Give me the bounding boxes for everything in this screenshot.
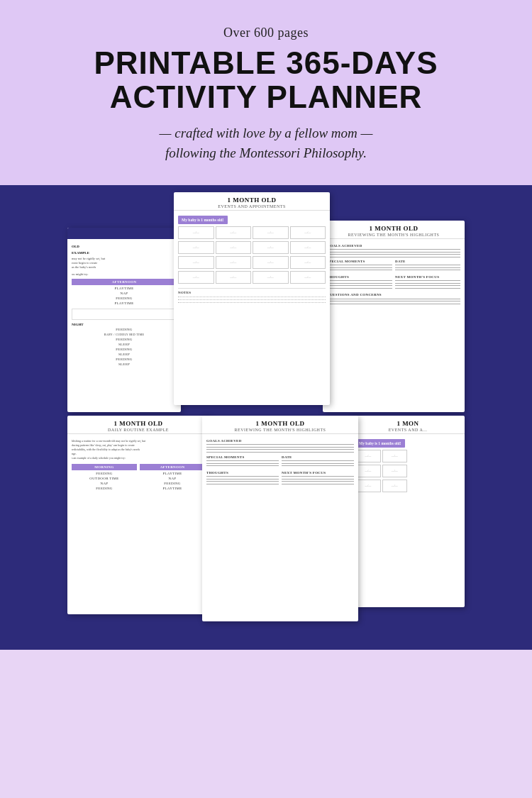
- br-calendar-grid-1: —/— —/—: [355, 450, 460, 462]
- pages-bottom-space: [7, 621, 525, 636]
- page-card-bottom-left: 1 MONTH OLD DAILY ROUTINE EXAMPLE blishi…: [67, 416, 209, 614]
- card-header-center: 1 MONTH OLD EVENTS AND APPOINTMENTS: [174, 192, 330, 211]
- calendar-grid-2: —/— —/— —/— —/—: [178, 241, 326, 254]
- bottom-left-desc: blishing a routine for a one-month-old m…: [72, 439, 205, 460]
- page-card-bottom-right: 1 MON EVENTS AND A... My baby is 1 month…: [351, 416, 465, 607]
- special-thoughts-row: SPECIAL MOMENTS DATE: [327, 260, 460, 272]
- br-calendar-grid-2: —/— —/—: [355, 465, 460, 477]
- bc-goals-section: GOALS ACHIEVED: [206, 439, 354, 453]
- card-header-bottom-left: 1 MONTH OLD DAILY ROUTINE EXAMPLE: [67, 416, 209, 434]
- calendar-grid-3: —/— —/— —/— —/—: [178, 256, 326, 269]
- routine-desc: may not be rigidly set, butreate begin t…: [72, 257, 177, 270]
- notes-section: NOTES: [178, 288, 326, 303]
- br-calendar-grid-3: —/— —/—: [355, 480, 460, 492]
- header-tagline: — crafted with love by a fellow mom — fo…: [28, 123, 504, 164]
- bc-next-month: NEXT MONTH'S FOCUS: [282, 471, 354, 487]
- card-body-bottom-right: My baby is 1 months old! —/— —/— —/— —/—…: [351, 434, 465, 497]
- card-header-bottom-right: 1 MON EVENTS AND A...: [351, 416, 465, 434]
- page-card-top-left: OLD EXAMPLE may not be rigidly set, butr…: [67, 228, 181, 412]
- card-header-right: 1 MONTH OLD REVIEWING THE MONTH'S HIGHLI…: [323, 221, 465, 239]
- page-card-bottom-center: 1 MONTH OLD REVIEWING THE MONTH'S HIGHLI…: [202, 416, 358, 621]
- card-body-bottom-left: blishing a routine for a one-month-old m…: [67, 434, 209, 494]
- schedule-grid: MORNING FEEDING OUTDOOR TIME NAP FEEDING…: [72, 463, 205, 491]
- calendar-grid-1: —/— —/— —/— —/—: [178, 226, 326, 239]
- bottom-pages-row: 1 MONTH OLD DAILY ROUTINE EXAMPLE blishi…: [7, 416, 525, 621]
- header-over-text: Over 600 pages: [28, 26, 504, 40]
- purple-bar: [67, 228, 181, 239]
- bc-thoughts-row: THOUGHTS NEXT MONTH'S FOCUS: [206, 471, 354, 487]
- lavender-bottom: [0, 650, 532, 692]
- bc-special-moments: SPECIAL MOMENTS: [206, 455, 279, 468]
- top-pages-row: OLD EXAMPLE may not be rigidly set, butr…: [7, 199, 525, 412]
- page-card-top-right: 1 MONTH OLD REVIEWING THE MONTH'S HIGHLI…: [323, 221, 465, 412]
- card-header-bottom-center: 1 MONTH OLD REVIEWING THE MONTH'S HIGHLI…: [202, 416, 358, 434]
- header-title: PRINTABLE 365-DAYS ACTIVITY PLANNER: [28, 46, 504, 115]
- bc-thoughts: THOUGHTS: [206, 471, 279, 487]
- thoughts-section: THOUGHTS: [327, 275, 392, 291]
- card-body-center: My baby is 1 months old! —/— —/— —/— —/—…: [174, 211, 330, 308]
- page-card-top-center: 1 MONTH OLD EVENTS AND APPOINTMENTS My b…: [174, 192, 330, 405]
- card-body-right: GOALS ACHIEVED SPECIAL MOMENTS DATE: [323, 239, 465, 309]
- header-section: Over 600 pages PRINTABLE 365-DAYS ACTIVI…: [0, 0, 532, 185]
- bc-date: DATE: [282, 455, 354, 468]
- thoughts-next-row: THOUGHTS NEXT MONTH'S FOCUS: [327, 275, 460, 291]
- routine-section: OLD EXAMPLE may not be rigidly set, butr…: [72, 245, 177, 367]
- goals-section: GOALS ACHIEVED: [327, 244, 460, 257]
- bc-special-row: SPECIAL MOMENTS DATE: [206, 455, 354, 468]
- special-moments-section: SPECIAL MOMENTS: [327, 260, 392, 272]
- card-body-bottom-center: GOALS ACHIEVED SPECIAL MOMENTS DATE: [202, 434, 358, 489]
- calendar-grid-4: —/— —/— —/— —/—: [178, 271, 326, 284]
- card-body-left: OLD EXAMPLE may not be rigidly set, butr…: [67, 239, 181, 370]
- next-month-section: NEXT MONTH'S FOCUS: [395, 275, 460, 291]
- might-try: ou might try:: [72, 272, 177, 277]
- date-section: DATE: [395, 260, 460, 272]
- questions-section: QUESTIONS AND CONCERNS: [327, 293, 460, 304]
- pages-showcase: OLD EXAMPLE may not be rigidly set, butr…: [0, 185, 532, 650]
- afternoon-col: AFTERNOON PLAYTIME NAP FEEDING PLAYTIME: [140, 463, 205, 491]
- morning-col: MORNING FEEDING OUTDOOR TIME NAP FEEDING: [72, 463, 137, 491]
